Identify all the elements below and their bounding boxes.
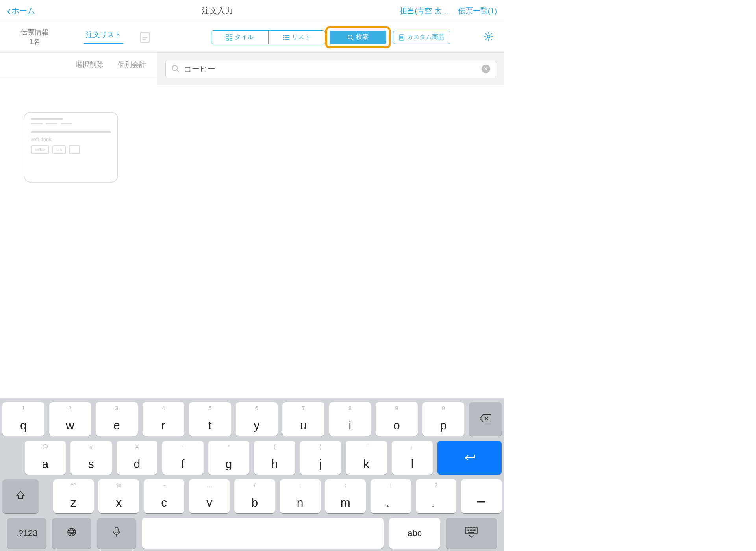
tab-slip-info[interactable]: 伝票情報 1名 xyxy=(0,28,69,46)
left-tabs: 伝票情報 1名 注文リスト xyxy=(0,22,157,53)
page-title: 注文入力 xyxy=(202,6,233,16)
search-results-area xyxy=(158,85,504,378)
svg-point-20 xyxy=(402,37,403,38)
svg-rect-5 xyxy=(230,34,232,37)
empty-state: soft drink coffee tea xyxy=(0,76,157,378)
search-box: ✕ xyxy=(165,60,496,78)
right-panel: タイル リスト 検索 カスタム商品 xyxy=(158,22,504,378)
svg-point-19 xyxy=(401,37,402,38)
chevron-left-icon: ‹ xyxy=(7,5,11,17)
view-segmented-control: タイル リスト xyxy=(211,30,325,44)
seg-tile[interactable]: タイル xyxy=(211,31,268,44)
settings-button[interactable] xyxy=(484,31,494,43)
svg-point-10 xyxy=(283,37,284,38)
svg-point-22 xyxy=(401,38,402,39)
seg-list[interactable]: リスト xyxy=(268,31,325,44)
clear-search-button[interactable]: ✕ xyxy=(482,65,490,73)
staff-link[interactable]: 担当(青空 太… xyxy=(400,6,449,16)
left-panel: 伝票情報 1名 注文リスト 選択削除 個別会計 soft drink cof xyxy=(0,22,158,378)
right-toolbar: タイル リスト 検索 カスタム商品 xyxy=(158,22,504,53)
calculator-icon xyxy=(399,34,404,41)
top-nav: ‹ ホーム 注文入力 担当(青空 太… 伝票一覧(1) xyxy=(0,0,504,22)
svg-point-24 xyxy=(487,35,490,38)
svg-point-18 xyxy=(400,37,401,38)
nav-right-group: 担当(青空 太… 伝票一覧(1) xyxy=(400,6,497,16)
split-bill-button[interactable]: 個別会計 xyxy=(118,60,146,69)
svg-point-14 xyxy=(348,35,352,39)
delete-selected-button[interactable]: 選択削除 xyxy=(75,60,104,69)
back-button[interactable]: ‹ ホーム xyxy=(7,5,35,17)
search-tab-highlight: 検索 xyxy=(325,26,391,48)
svg-rect-4 xyxy=(226,34,228,37)
search-row: ✕ xyxy=(158,53,504,85)
svg-point-23 xyxy=(402,38,403,39)
seg-search[interactable]: 検索 xyxy=(330,31,386,44)
custom-item-button[interactable]: カスタム商品 xyxy=(393,31,450,44)
svg-line-15 xyxy=(352,39,353,40)
search-icon xyxy=(347,34,354,41)
svg-rect-7 xyxy=(230,38,232,41)
list-icon xyxy=(283,35,289,40)
svg-point-25 xyxy=(172,66,178,71)
back-label: ホーム xyxy=(11,6,35,16)
search-icon xyxy=(171,65,180,73)
svg-point-8 xyxy=(283,35,284,36)
svg-point-21 xyxy=(400,38,401,39)
slip-list-link[interactable]: 伝票一覧(1) xyxy=(458,6,497,16)
search-input[interactable] xyxy=(184,65,478,74)
tab-order-list[interactable]: 注文リスト xyxy=(69,30,139,44)
svg-line-26 xyxy=(177,70,179,72)
svg-rect-6 xyxy=(226,38,228,41)
note-icon[interactable] xyxy=(138,32,152,43)
svg-point-12 xyxy=(283,39,284,40)
grid-icon xyxy=(226,34,232,41)
